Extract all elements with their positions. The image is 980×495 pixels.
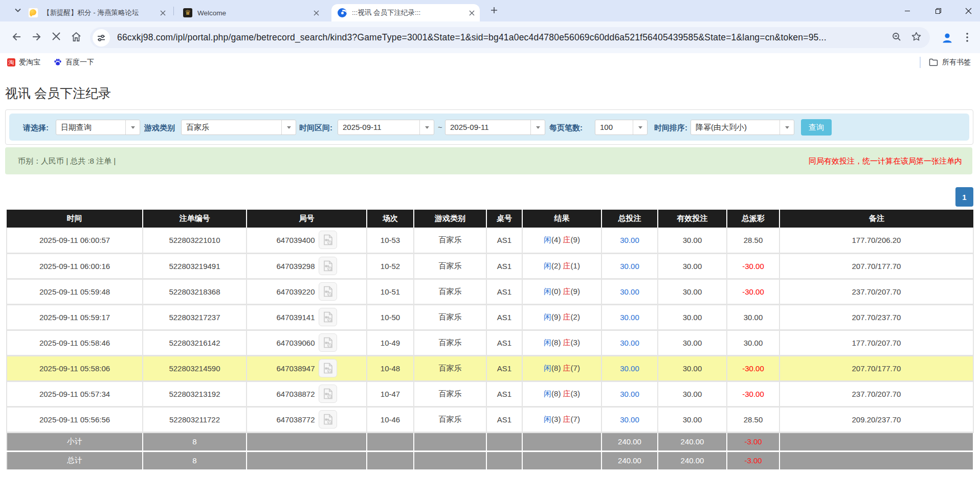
cell-session: 10-51 (367, 279, 414, 304)
sort-select[interactable]: 降幂(由大到小) (691, 120, 794, 135)
browser-tab-1[interactable]: 【新提醒】积分 - 海燕策略论坛 (23, 4, 171, 21)
cell-payout: 30.00 (727, 330, 779, 355)
table-row: 2025-09-11 05:57:34 522803213192 6470388… (7, 381, 973, 407)
banker-label: 庄 (563, 261, 571, 270)
cell-total-bet: 30.00 (602, 355, 658, 381)
chevron-down-icon[interactable] (530, 120, 545, 134)
video-record-icon[interactable] (319, 385, 337, 403)
back-button[interactable] (11, 31, 23, 44)
cell-table-no: AS1 (486, 253, 522, 279)
browser-toolbar: 66cxkj98.com/ipl/portal.php/game/betreco… (0, 21, 980, 53)
player-label: 闲 (544, 415, 551, 423)
cell-remark: 209.20/237.70 (779, 407, 973, 432)
chevron-down-icon[interactable] (281, 120, 296, 134)
cell-time: 2025-09-11 05:59:48 (7, 279, 143, 304)
cell-result: 闲(0) 庄(9) (522, 279, 602, 304)
video-record-icon[interactable] (319, 308, 337, 326)
total-bet-link[interactable]: 30.00 (620, 287, 639, 296)
tab-close-icon[interactable] (160, 10, 166, 16)
cell-game-type: 百家乐 (414, 407, 486, 432)
summary-cell: 240.00 (602, 432, 658, 451)
video-record-icon[interactable] (319, 257, 337, 275)
window-close-button[interactable] (965, 0, 972, 21)
site-info-icon[interactable] (93, 29, 110, 47)
summary-cell (522, 451, 602, 470)
table-row: 2025-09-11 06:00:16 522803219491 6470392… (7, 253, 973, 279)
date-to-select[interactable]: 2025-09-11 (445, 120, 545, 135)
tab-close-icon[interactable] (469, 10, 475, 16)
new-tab-button[interactable] (490, 6, 498, 16)
bet-records-table: 时间注单编号局号场次游戏类别桌号结果总投注有效投注总派彩备注 2025-09-1… (6, 210, 974, 471)
game-type-select[interactable]: 百家乐 (181, 120, 296, 135)
bookmark-star-icon[interactable] (911, 31, 922, 44)
cell-round: 647038772 (247, 407, 367, 432)
table-row: 2025-09-11 05:58:06 522803214590 6470389… (7, 355, 973, 381)
cell-bet-id: 522803214590 (143, 355, 247, 381)
total-bet-link[interactable]: 30.00 (620, 390, 639, 398)
window-minimize-button[interactable] (904, 0, 910, 21)
summary-row: 总计8240.00240.00-3.00 (7, 451, 973, 470)
total-bet-link[interactable]: 30.00 (620, 415, 639, 424)
zoom-out-icon[interactable] (892, 32, 902, 44)
chevron-down-icon[interactable] (779, 120, 794, 134)
address-bar[interactable]: 66cxkj98.com/ipl/portal.php/game/betreco… (90, 27, 930, 48)
stop-loading-button[interactable] (51, 31, 61, 43)
summary-row: 小计8240.00240.00-3.00 (7, 432, 973, 451)
query-type-select[interactable]: 日期查询 (56, 120, 140, 135)
video-record-icon[interactable] (319, 282, 337, 301)
pagination-page-1[interactable]: 1 (955, 187, 973, 207)
all-bookmarks-label[interactable]: 所有书签 (942, 58, 971, 67)
total-bet-link[interactable]: 30.00 (620, 339, 639, 347)
date-from-value: 2025-09-11 (338, 120, 419, 134)
column-header: 桌号 (486, 210, 522, 228)
query-button[interactable]: 查询 (801, 119, 832, 136)
cell-valid-bet: 30.00 (658, 355, 727, 381)
cell-bet-id: 522803213192 (143, 381, 247, 407)
folder-icon (929, 58, 938, 66)
banker-score: (3) (571, 389, 580, 398)
tab-title: 【新提醒】积分 - 海燕策略论坛 (43, 8, 156, 17)
chevron-down-icon[interactable] (633, 120, 647, 134)
video-record-icon[interactable] (319, 333, 337, 352)
browser-tab-active[interactable]: :::视讯 会员下注纪录::: (331, 4, 480, 21)
bookmark-label: 爱淘宝 (19, 58, 40, 67)
window-restore-button[interactable] (935, 0, 942, 21)
video-record-icon[interactable] (319, 231, 337, 249)
total-bet-link[interactable]: 30.00 (620, 313, 639, 322)
total-bet-link[interactable]: 30.00 (620, 262, 639, 271)
tab-close-icon[interactable] (314, 10, 319, 16)
banker-score: (9) (571, 287, 580, 296)
column-header: 注单编号 (143, 210, 247, 228)
tab-list-chevron-icon[interactable] (14, 7, 21, 16)
total-bet-link[interactable]: 30.00 (620, 236, 639, 244)
date-from-select[interactable]: 2025-09-11 (338, 120, 434, 135)
video-record-icon[interactable] (319, 359, 337, 377)
cell-time: 2025-09-11 05:58:06 (7, 355, 143, 381)
cell-session: 10-49 (367, 330, 414, 355)
bookmark-baidu[interactable]: 百度一下 (54, 58, 94, 67)
cell-round: 647038872 (247, 381, 367, 407)
total-bet-link[interactable]: 30.00 (620, 364, 639, 373)
cell-valid-bet: 30.00 (658, 253, 727, 279)
column-header: 游戏类别 (414, 210, 486, 228)
browser-tab-2[interactable]: ♛ Welcome (177, 4, 324, 21)
page-size-select[interactable]: 100 (595, 120, 648, 135)
cell-time: 2025-09-11 06:00:57 (7, 228, 143, 253)
browser-menu-icon[interactable] (966, 32, 969, 45)
chevron-down-icon[interactable] (419, 120, 434, 134)
currency-summary-text: 币别：人民币 | 总共 :8 注单 | (18, 156, 116, 166)
url-text[interactable]: 66cxkj98.com/ipl/portal.php/game/betreco… (117, 32, 886, 43)
chevron-down-icon[interactable] (125, 120, 140, 134)
profile-avatar[interactable] (940, 31, 954, 45)
video-record-icon[interactable] (319, 410, 337, 429)
column-header: 场次 (367, 210, 414, 228)
banker-score: (7) (571, 364, 580, 372)
player-label: 闲 (544, 364, 551, 372)
cell-result: 闲(8) 庄(3) (522, 330, 602, 355)
home-button[interactable] (71, 31, 82, 44)
bookmark-taobao[interactable]: 淘 爱淘宝 (7, 58, 40, 67)
cell-game-type: 百家乐 (414, 279, 486, 304)
summary-cell (367, 451, 414, 470)
forward-button[interactable] (31, 31, 42, 44)
bookmark-label: 百度一下 (65, 58, 94, 67)
